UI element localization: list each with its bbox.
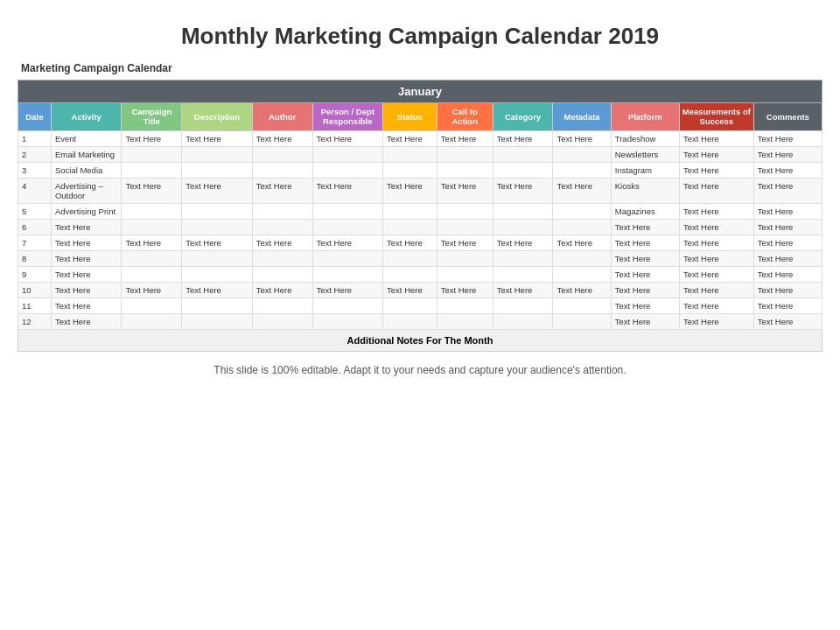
- cell-platform: Kiosks: [611, 178, 679, 203]
- cell-activity: Text Here: [51, 250, 122, 266]
- cell-activity: Text Here: [51, 219, 122, 234]
- cell-cta: Text Here: [437, 178, 493, 203]
- cell-category: Text Here: [493, 234, 553, 250]
- cell-metadata: [553, 146, 611, 162]
- cell-activity: Advertising – Outdoor: [51, 178, 122, 203]
- cell-person: [312, 146, 383, 162]
- calendar-table: January DateActivityCampaign TitleDescri…: [18, 80, 822, 352]
- cell-date: 9: [18, 266, 52, 282]
- cell-metadata: [553, 162, 611, 178]
- cell-category: [493, 203, 553, 219]
- cell-campaign: Text Here: [122, 234, 182, 250]
- cell-cta: [437, 250, 493, 266]
- cell-metadata: [553, 250, 611, 266]
- col-header-person: Person / Dept Responsible: [312, 103, 383, 131]
- table-row: 12Text HereText HereText HereText Here: [18, 313, 822, 329]
- column-header-row: DateActivityCampaign TitleDescriptionAut…: [18, 103, 822, 131]
- col-header-activity: Activity: [51, 103, 122, 131]
- cell-metadata: [553, 203, 611, 219]
- cell-category: [493, 162, 553, 178]
- cell-person: Text Here: [312, 178, 383, 203]
- cell-person: Text Here: [312, 282, 383, 298]
- cell-date: 3: [18, 162, 52, 178]
- cell-platform: Newsletters: [611, 146, 679, 162]
- cell-category: [493, 266, 553, 282]
- cell-platform: Text Here: [611, 250, 679, 266]
- cell-status: [383, 203, 438, 219]
- cell-measure: Text Here: [679, 162, 753, 178]
- cell-person: [312, 219, 383, 234]
- col-header-platform: Platform: [611, 103, 679, 131]
- cell-author: [252, 219, 312, 234]
- cell-category: Text Here: [493, 282, 553, 298]
- cell-comments: Text Here: [753, 219, 822, 234]
- cell-campaign: Text Here: [122, 178, 182, 203]
- table-row: 8Text HereText HereText HereText Here: [18, 250, 822, 266]
- table-row: 11Text HereText HereText HereText Here: [18, 298, 822, 313]
- cell-category: [493, 298, 553, 313]
- cell-activity: Advertising Print: [51, 203, 122, 219]
- cell-cta: [437, 146, 493, 162]
- cell-person: [312, 313, 383, 329]
- cell-activity: Event: [51, 130, 122, 146]
- cell-person: Text Here: [312, 130, 383, 146]
- cell-campaign: [122, 250, 182, 266]
- cell-measure: Text Here: [679, 203, 753, 219]
- cell-metadata: Text Here: [553, 178, 611, 203]
- cell-status: [383, 219, 438, 234]
- cell-date: 11: [18, 298, 52, 313]
- cell-category: [493, 219, 553, 234]
- cell-desc: [182, 146, 253, 162]
- cell-activity: Text Here: [51, 266, 122, 282]
- cell-author: [252, 266, 312, 282]
- cell-platform: Text Here: [611, 219, 679, 234]
- cell-metadata: Text Here: [553, 130, 611, 146]
- cell-author: Text Here: [252, 282, 312, 298]
- cell-author: [252, 162, 312, 178]
- col-header-measure: Measurements of Success: [679, 103, 753, 131]
- cell-desc: [182, 162, 253, 178]
- additional-notes-row: Additional Notes For The Month: [18, 329, 822, 351]
- month-label: January: [18, 80, 822, 103]
- cell-measure: Text Here: [679, 234, 753, 250]
- cell-date: 8: [18, 250, 52, 266]
- cell-cta: [437, 313, 493, 329]
- cell-person: [312, 298, 383, 313]
- cell-person: [312, 162, 383, 178]
- cell-category: [493, 146, 553, 162]
- cell-author: [252, 203, 312, 219]
- cell-platform: Tradeshow: [611, 130, 679, 146]
- table-row: 5Advertising PrintMagazinesText HereText…: [18, 203, 822, 219]
- cell-cta: Text Here: [437, 130, 493, 146]
- cell-status: [383, 162, 438, 178]
- cell-date: 10: [18, 282, 52, 298]
- cell-comments: Text Here: [753, 282, 822, 298]
- cell-platform: Instagram: [611, 162, 679, 178]
- cell-desc: [182, 266, 253, 282]
- cell-desc: [182, 313, 253, 329]
- cell-metadata: Text Here: [553, 234, 611, 250]
- cell-cta: Text Here: [437, 282, 493, 298]
- cell-measure: Text Here: [679, 178, 753, 203]
- cell-author: [252, 313, 312, 329]
- cell-date: 4: [18, 178, 52, 203]
- cell-status: Text Here: [383, 178, 438, 203]
- cell-desc: [182, 298, 253, 313]
- footer-text: This slide is 100% editable. Adapt it to…: [18, 364, 822, 376]
- cell-status: Text Here: [383, 234, 438, 250]
- cell-activity: Text Here: [51, 313, 122, 329]
- cell-cta: [437, 203, 493, 219]
- cell-cta: [437, 162, 493, 178]
- cell-status: Text Here: [383, 282, 438, 298]
- cell-metadata: Text Here: [553, 282, 611, 298]
- cell-person: [312, 250, 383, 266]
- cell-activity: Social Media: [51, 162, 122, 178]
- cell-activity: Text Here: [51, 234, 122, 250]
- additional-notes-label: Additional Notes For The Month: [18, 329, 822, 351]
- cell-author: [252, 146, 312, 162]
- cell-cta: Text Here: [437, 234, 493, 250]
- table-row: 10Text HereText HereText HereText HereTe…: [18, 282, 822, 298]
- cell-metadata: [553, 298, 611, 313]
- cell-campaign: [122, 146, 182, 162]
- cell-comments: Text Here: [753, 250, 822, 266]
